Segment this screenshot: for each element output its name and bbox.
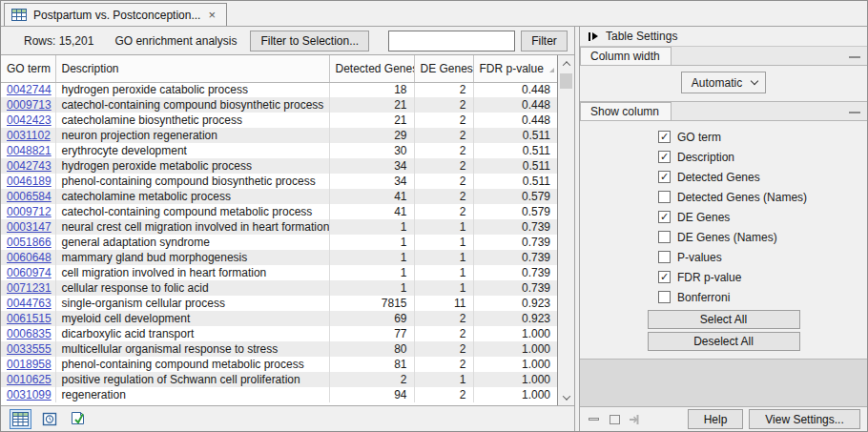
scroll-up-button[interactable]	[558, 55, 574, 72]
select-all-button[interactable]: Select All	[648, 310, 800, 329]
column-header-fdr-p-value[interactable]: FDR p-value	[473, 55, 557, 82]
column-header-detected-genes[interactable]: Detected Genes	[329, 55, 414, 82]
checkbox-unchecked[interactable]	[658, 231, 671, 243]
go-term-link[interactable]: 0042423	[7, 113, 52, 127]
go-term-link[interactable]: 0033555	[7, 342, 52, 356]
show-column-item-p-values[interactable]: P-values	[580, 247, 867, 267]
go-term-link[interactable]: 0031102	[7, 129, 51, 142]
table-row[interactable]: 0003147neural crest cell migration invol…	[1, 219, 557, 235]
checkbox-checked[interactable]: ✓	[658, 211, 671, 223]
table-settings-expand-icon[interactable]	[589, 32, 598, 41]
table-row[interactable]: 0006584catecholamine metabolic process41…	[1, 189, 557, 204]
table-row[interactable]: 0042744hydrogen peroxide catabolic proce…	[1, 82, 557, 97]
table-row[interactable]: 0044763single-organism cellular process7…	[1, 296, 557, 311]
table-row[interactable]: 0061515myeloid cell development6920.923	[1, 311, 557, 326]
column-header-description[interactable]: Description	[55, 55, 329, 82]
show-column-item-go-term[interactable]: ✓GO term	[580, 127, 867, 147]
table-row[interactable]: 0051866general adaptation syndrome110.73…	[1, 235, 557, 250]
table-settings-header[interactable]: Table Settings	[580, 27, 867, 47]
column-header-de-genes[interactable]: DE Genes	[414, 55, 473, 82]
go-term-link[interactable]: 0009712	[7, 205, 52, 218]
collapse-group-icon[interactable]	[849, 112, 860, 113]
checkbox-checked[interactable]: ✓	[658, 151, 671, 163]
go-term-link[interactable]: 0048821	[7, 144, 52, 157]
detected-genes-cell: 80	[329, 341, 414, 357]
table-row[interactable]: 0010625positive regulation of Schwann ce…	[1, 372, 557, 387]
go-term-link[interactable]: 0042744	[7, 83, 52, 96]
go-term-link[interactable]: 0009713	[7, 98, 52, 112]
filter-button[interactable]: Filter	[521, 31, 568, 51]
tab-title: Postpartum vs. Postconception...	[33, 9, 200, 22]
description-cell: dicarboxylic acid transport	[55, 326, 329, 341]
go-term-cell: 0018958	[1, 357, 55, 372]
table-row[interactable]: 0006835dicarboxylic acid transport7721.0…	[1, 326, 557, 341]
checkbox-checked[interactable]: ✓	[658, 171, 671, 183]
checkbox-unchecked[interactable]	[658, 251, 671, 263]
float-panel-icon[interactable]	[607, 413, 622, 426]
go-term-link[interactable]: 0061515	[7, 312, 52, 325]
show-column-item-fdr-p-value[interactable]: ✓FDR p-value	[580, 267, 867, 287]
go-term-link[interactable]: 0003147	[7, 220, 52, 234]
checkbox-checked[interactable]: ✓	[658, 131, 671, 143]
tab-postpartum-vs-postconception[interactable]: Postpartum vs. Postconception... ×	[4, 3, 227, 26]
table-row[interactable]: 0060648mammary gland bud morphogenesis11…	[1, 250, 557, 265]
checkbox-unchecked[interactable]	[658, 191, 671, 203]
table-view-icon[interactable]	[10, 409, 31, 429]
table-row[interactable]: 0031102neuron projection regeneration292…	[1, 128, 557, 143]
minimize-panel-icon[interactable]	[586, 413, 601, 426]
go-term-link[interactable]: 0051866	[7, 236, 52, 249]
scroll-down-button[interactable]	[558, 389, 574, 405]
checkbox-checked[interactable]: ✓	[658, 271, 671, 283]
go-term-link[interactable]: 0071231	[7, 281, 52, 295]
go-term-link[interactable]: 0031099	[7, 388, 52, 401]
collapse-group-icon[interactable]	[849, 56, 860, 58]
show-column-item-detected-genes-names[interactable]: Detected Genes (Names)	[580, 187, 867, 207]
table-row[interactable]: 0046189phenol-containing compound biosyn…	[1, 174, 557, 189]
go-term-link[interactable]: 0006835	[7, 327, 52, 340]
help-button[interactable]: Help	[688, 409, 743, 429]
show-column-item-description[interactable]: ✓Description	[580, 147, 867, 167]
go-term-link[interactable]: 0046189	[7, 175, 52, 188]
show-column-item-de-genes-names[interactable]: DE Genes (Names)	[580, 227, 867, 247]
go-term-link[interactable]: 0060974	[7, 266, 52, 279]
element-info-icon[interactable]	[67, 409, 89, 429]
table-row[interactable]: 0048821erythrocyte development3020.511	[1, 143, 557, 158]
close-icon[interactable]: ×	[207, 10, 217, 20]
show-column-group-header[interactable]: Show column	[580, 102, 867, 121]
column-header-go-term[interactable]: GO term	[1, 55, 55, 82]
show-column-item-detected-genes[interactable]: ✓Detected Genes	[580, 167, 867, 187]
table-row[interactable]: 0042423catecholamine biosynthetic proces…	[1, 113, 557, 128]
view-settings-button[interactable]: View Settings...	[749, 409, 860, 429]
column-width-dropdown[interactable]: Automatic	[681, 72, 766, 93]
go-term-link[interactable]: 0018958	[7, 358, 52, 371]
go-term-link[interactable]: 0042743	[7, 159, 52, 173]
table-row[interactable]: 0009712catechol-containing compound meta…	[1, 204, 557, 219]
table-row[interactable]: 0009713catechol-containing compound bios…	[1, 97, 557, 113]
table-vertical-scrollbar[interactable]	[558, 55, 574, 405]
table-row[interactable]: 0071231cellular response to folic acid11…	[1, 280, 557, 296]
column-width-group-header[interactable]: Column width	[580, 47, 867, 66]
table-row[interactable]: 0042743hydrogen peroxide metabolic proce…	[1, 158, 557, 174]
scrollbar-thumb[interactable]	[560, 73, 572, 89]
table-row[interactable]: 0018958phenol-containing compound metabo…	[1, 357, 557, 372]
go-term-link[interactable]: 0010625	[7, 373, 52, 386]
table-row[interactable]: 0060974cell migration involved in heart …	[1, 265, 557, 280]
deselect-all-button[interactable]: Deselect All	[648, 332, 800, 351]
checkbox-unchecked[interactable]	[658, 291, 671, 303]
table-body: 0042744hydrogen peroxide catabolic proce…	[1, 82, 557, 402]
show-column-item-bonferroni[interactable]: Bonferroni	[580, 287, 867, 307]
checkbox-label: Detected Genes (Names)	[677, 191, 807, 204]
go-term-link[interactable]: 0060648	[7, 251, 52, 264]
table-row[interactable]: 0033555multicellular organismal response…	[1, 341, 557, 357]
de-genes-cell: 1	[414, 372, 473, 387]
description-cell: erythrocyte development	[55, 143, 329, 158]
history-icon[interactable]	[38, 409, 60, 429]
go-term-cell: 0009713	[1, 97, 55, 113]
scrollbar-track[interactable]	[558, 72, 574, 389]
go-term-link[interactable]: 0006584	[7, 190, 52, 203]
go-term-link[interactable]: 0044763	[7, 297, 52, 310]
table-row[interactable]: 0031099regeneration9421.000	[1, 387, 557, 402]
filter-input[interactable]	[388, 31, 515, 51]
filter-to-selection-button[interactable]: Filter to Selection...	[250, 31, 369, 51]
show-column-item-de-genes[interactable]: ✓DE Genes	[580, 207, 867, 227]
